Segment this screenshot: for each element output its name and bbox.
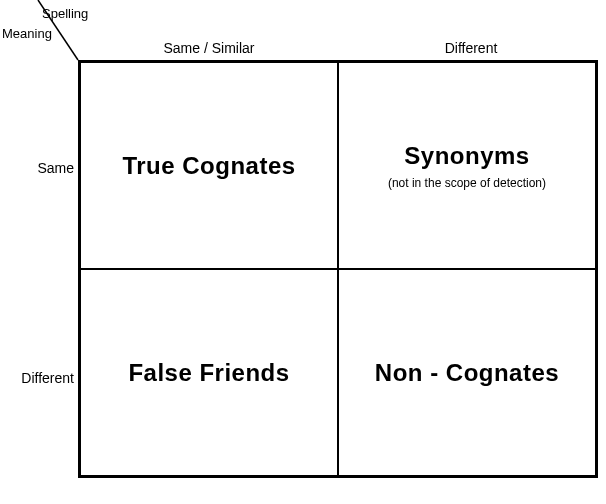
cell-non-cognates: Non - Cognates <box>338 269 596 476</box>
cell-false-friends: False Friends <box>80 269 338 476</box>
cell-title: False Friends <box>128 359 289 387</box>
axis-label-spelling: Spelling <box>42 6 88 21</box>
cell-subtitle: (not in the scope of detection) <box>388 176 546 190</box>
col-header-different: Different <box>340 40 602 56</box>
axis-label-meaning: Meaning <box>2 26 52 41</box>
cell-title: Non - Cognates <box>375 359 559 387</box>
matrix-grid: True Cognates Synonyms (not in the scope… <box>78 60 598 478</box>
cell-true-cognates: True Cognates <box>80 62 338 269</box>
cell-title: Synonyms <box>404 142 529 170</box>
cell-synonyms: Synonyms (not in the scope of detection) <box>338 62 596 269</box>
column-headers: Same / Similar Different <box>78 40 602 56</box>
row-label-different: Different <box>4 370 74 386</box>
col-header-same: Same / Similar <box>78 40 340 56</box>
row-label-same: Same <box>4 160 74 176</box>
cell-title: True Cognates <box>122 152 295 180</box>
